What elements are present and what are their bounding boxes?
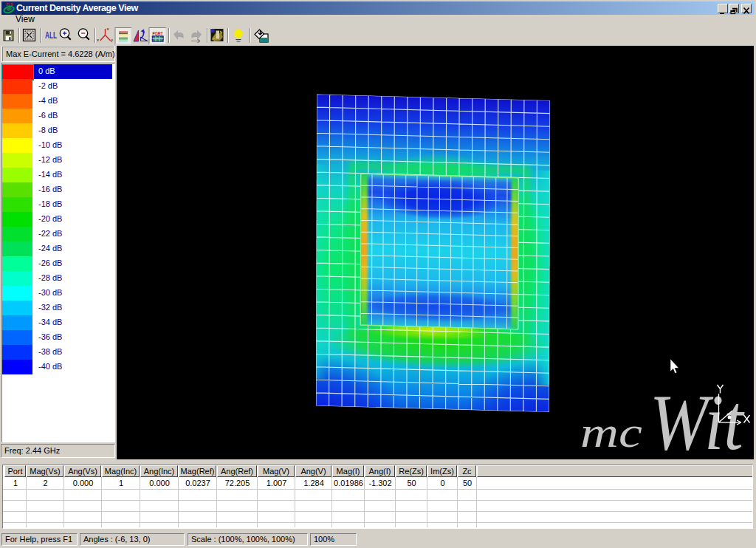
svg-text:ALL: ALL bbox=[45, 30, 57, 41]
svg-text:y: y bbox=[111, 38, 113, 42]
svg-text:PORT: PORT bbox=[153, 31, 164, 36]
svg-text:x: x bbox=[107, 27, 109, 31]
svg-text:x: x bbox=[97, 38, 99, 42]
